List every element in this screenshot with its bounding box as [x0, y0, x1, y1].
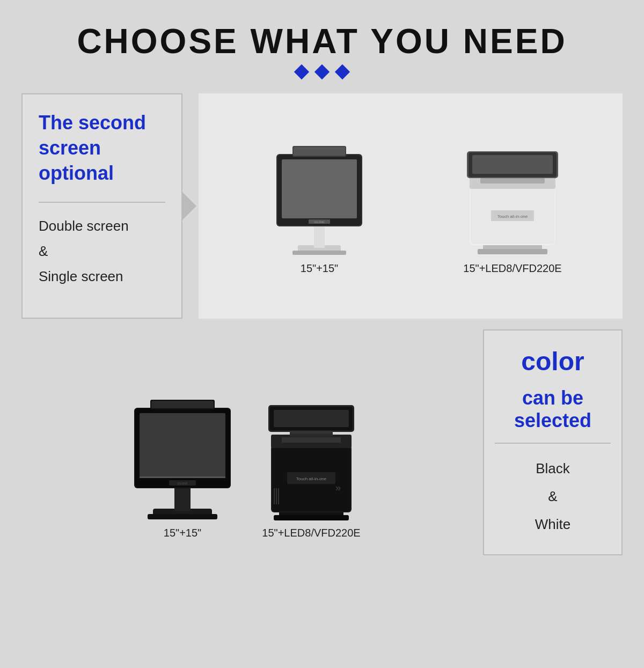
product-white-double-label: 15"+15"	[301, 262, 338, 275]
svg-rect-50	[290, 431, 333, 434]
svg-rect-44	[282, 437, 341, 443]
svg-rect-34	[274, 515, 349, 520]
svg-rect-30	[140, 476, 225, 478]
svg-rect-9	[294, 147, 345, 156]
white-double-screen-image: GILONG	[266, 143, 373, 256]
color-title: color	[521, 347, 584, 376]
svg-rect-5	[282, 159, 357, 218]
svg-rect-42	[278, 488, 279, 504]
svg-text:GILONG: GILONG	[177, 482, 188, 485]
svg-text:»: »	[335, 482, 341, 493]
svg-rect-1	[292, 251, 346, 255]
page-wrapper: CHOOSE WHAT YOU NEED The second screen o…	[0, 0, 644, 577]
screen-options: Double screen & Single screen	[39, 202, 165, 289]
page-title: CHOOSE WHAT YOU NEED	[21, 21, 623, 61]
white-receipt-image: Touch all-in-one	[453, 143, 572, 256]
black-double-screen-image: GILONG	[129, 397, 236, 520]
product-white-double: GILONG 15"+15"	[266, 143, 373, 275]
bottom-section: GILONG 15"+15"	[21, 329, 623, 555]
svg-rect-49	[274, 410, 349, 427]
header: CHOOSE WHAT YOU NEED	[21, 21, 623, 77]
right-panel-top: GILONG 15"+15" Touch	[199, 93, 623, 319]
svg-rect-41	[276, 488, 277, 504]
product-white-receipt: Touch all-in-one 15"+LED8/VFD220E	[453, 143, 572, 275]
color-options: Black & White	[495, 443, 611, 538]
svg-rect-17	[480, 178, 545, 183]
svg-rect-32	[151, 401, 214, 408]
product-black-receipt-label: 15"+LED8/VFD220E	[262, 527, 360, 539]
color-panel: color can be selected Black & White	[483, 329, 623, 555]
black-receipt-image: Touch all-in-one »	[258, 397, 365, 520]
top-section: The second screen optional Double screen…	[21, 93, 623, 319]
product-black-double: GILONG 15"+15"	[129, 397, 236, 539]
svg-rect-40	[274, 488, 275, 504]
product-black-double-label: 15"+15"	[164, 527, 201, 539]
product-white-receipt-label: 15"+LED8/VFD220E	[463, 262, 561, 275]
svg-rect-27	[140, 413, 225, 478]
svg-text:Touch all-in-one: Touch all-in-one	[497, 214, 528, 219]
decorative-diamonds	[21, 67, 623, 77]
bottom-products: GILONG 15"+15"	[21, 329, 472, 555]
svg-text:Touch all-in-one: Touch all-in-one	[296, 476, 327, 481]
diamond-icon-2	[314, 64, 330, 79]
svg-rect-23	[148, 514, 217, 519]
svg-rect-24	[174, 486, 191, 511]
svg-rect-21	[472, 155, 553, 174]
left-panel: The second screen optional Double screen…	[21, 93, 182, 319]
svg-rect-2	[314, 224, 325, 248]
svg-rect-11	[478, 249, 547, 254]
product-black-receipt: Touch all-in-one »	[258, 397, 365, 539]
second-screen-title: The second screen optional	[39, 111, 165, 186]
svg-text:GILONG: GILONG	[314, 221, 325, 224]
color-subtitle: can be selected	[495, 387, 611, 432]
diamond-icon-3	[335, 64, 350, 79]
diamond-icon-1	[294, 64, 309, 79]
